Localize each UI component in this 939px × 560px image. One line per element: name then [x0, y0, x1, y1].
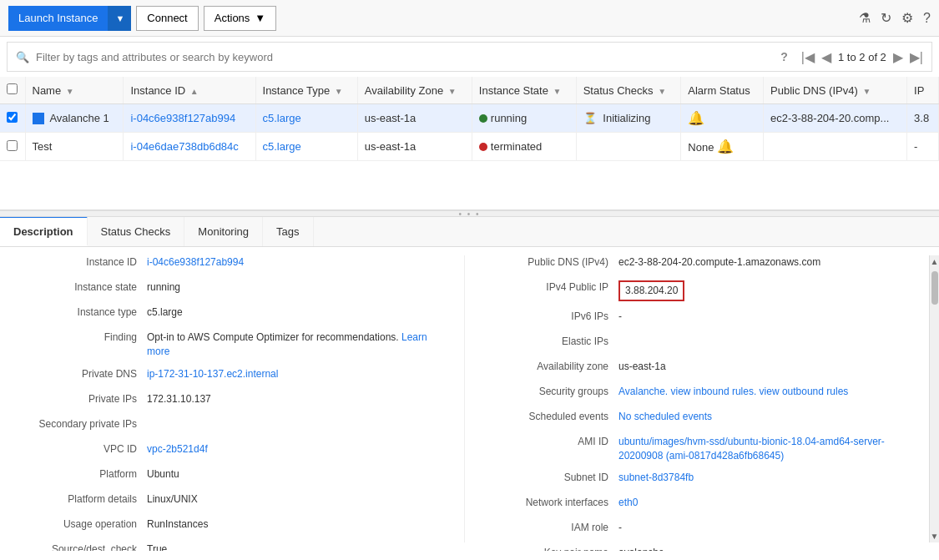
private-ips-value: 172.31.10.137 — [147, 392, 444, 406]
row-1-state: running — [472, 104, 576, 133]
row-2-status-checks — [576, 133, 681, 161]
iam-role-label: IAM role — [485, 521, 618, 535]
row-2-public-dns — [764, 133, 907, 161]
platform-label: Platform — [13, 467, 147, 482]
scheduled-events-label: Scheduled events — [485, 410, 618, 424]
search-help-icon[interactable]: ? — [780, 50, 788, 63]
table-row[interactable]: Avalanche 1 i-04c6e938f127ab994 c5.large… — [0, 104, 939, 133]
private-dns-link[interactable]: ip-172-31-10-137.ec2.internal — [147, 368, 278, 380]
row-1-state-dot — [479, 114, 487, 123]
scheduled-events-value: No scheduled events — [618, 410, 916, 424]
nav-prev-icon[interactable]: ◀ — [821, 49, 831, 65]
private-ips-label: Private IPs — [13, 392, 147, 406]
security-groups-name-link[interactable]: Avalanche. — [618, 386, 668, 397]
key-pair-value: avalanche — [618, 546, 916, 551]
detail-content: Instance ID i-04c6e938f127ab994 Instance… — [0, 247, 939, 551]
row-1-status-checks: ⏳ Initializing — [576, 104, 681, 133]
subnet-id-value: subnet-8d3784fb — [618, 471, 916, 485]
network-interfaces-link[interactable]: eth0 — [618, 497, 638, 508]
connect-button[interactable]: Connect — [136, 6, 198, 31]
finding-value: Opt-in to AWS Compute Optimizer for reco… — [147, 330, 444, 359]
security-groups-outbound-link[interactable]: view outbound rules — [760, 386, 849, 397]
launch-instance-button[interactable]: Launch Instance — [8, 6, 108, 31]
ami-id-value: ubuntu/images/hvm-ssd/ubuntu-bionic-18.0… — [618, 435, 916, 463]
detail-row-scheduled-events: Scheduled events No scheduled events — [485, 410, 916, 426]
col-status-checks[interactable]: Status Checks ▼ — [576, 77, 681, 104]
row-2-alarm-icon: 🔔 — [717, 139, 734, 154]
table-row[interactable]: Test i-04e6dae738db6d84c c5.large us-eas… — [0, 133, 939, 161]
scrollbar-thumb[interactable] — [931, 271, 938, 305]
platform-details-label: Platform details — [13, 492, 147, 507]
row-1-name: Avalanche 1 — [25, 104, 124, 133]
actions-label: Actions — [215, 12, 250, 24]
security-groups-label: Security groups — [485, 385, 618, 399]
refresh-icon[interactable]: ↻ — [881, 10, 891, 26]
usage-operation-label: Usage operation — [13, 517, 147, 532]
tab-monitoring[interactable]: Monitoring — [184, 217, 263, 246]
security-groups-inbound-link[interactable]: view inbound rules. — [671, 386, 757, 397]
subnet-id-link[interactable]: subnet-8d3784fb — [618, 472, 694, 483]
col-instance-state[interactable]: Instance State ▼ — [472, 77, 576, 104]
flask-icon[interactable]: ⚗ — [859, 10, 871, 26]
select-all-checkbox-header[interactable] — [0, 77, 25, 104]
detail-row-instance-type: Instance type c5.large — [13, 305, 444, 322]
elastic-ips-label: Elastic IPs — [485, 335, 618, 349]
resize-handle[interactable]: • • • — [0, 210, 939, 217]
detail-row-ami-id: AMI ID ubuntu/images/hvm-ssd/ubuntu-bion… — [485, 435, 916, 463]
detail-tabs: Description Status Checks Monitoring Tag… — [0, 217, 939, 247]
row-1-alarm-icon: 🔔 — [688, 111, 704, 125]
nav-first-icon[interactable]: |◀ — [801, 49, 815, 65]
row-2-checkbox[interactable] — [7, 140, 18, 151]
vpc-id-link[interactable]: vpc-2b521d4f — [147, 443, 208, 455]
select-all-checkbox[interactable] — [7, 83, 18, 94]
row-2-type-link[interactable]: c5.large — [263, 140, 301, 153]
search-input[interactable] — [36, 51, 774, 63]
detail-row-key-pair: Key pair name avalanche — [485, 546, 916, 551]
actions-button[interactable]: Actions ▼ — [204, 6, 277, 31]
help-icon[interactable]: ? — [923, 11, 931, 26]
usage-operation-value: RunInstances — [147, 517, 444, 532]
source-dest-check-value: True — [147, 542, 444, 551]
col-name[interactable]: Name ▼ — [25, 77, 124, 104]
tab-description[interactable]: Description — [0, 217, 88, 246]
row-2-checkbox-cell[interactable] — [0, 133, 25, 161]
row-2-az: us-east-1a — [357, 133, 472, 161]
instance-id-value: i-04c6e938f127ab994 — [147, 255, 444, 270]
detail-row-az: Availability zone us-east-1a — [485, 360, 916, 376]
vpc-id-label: VPC ID — [13, 442, 147, 457]
private-dns-label: Private DNS — [13, 367, 147, 381]
scrollbar[interactable]: ▲ ▼ — [929, 255, 939, 542]
settings-icon[interactable]: ⚙ — [901, 10, 913, 26]
instance-type-label: Instance type — [13, 305, 147, 320]
launch-instance-dropdown-arrow[interactable]: ▼ — [108, 6, 131, 31]
row-2-instance-type: c5.large — [255, 133, 357, 161]
detail-row-ipv6-ips: IPv6 IPs - — [485, 310, 916, 326]
instance-id-link[interactable]: i-04c6e938f127ab994 — [147, 256, 244, 268]
toolbar-right-icons: ⚗ ↻ ⚙ ? — [859, 10, 931, 26]
tab-tags[interactable]: Tags — [263, 217, 313, 246]
az-label: Availability zone — [485, 360, 618, 374]
scheduled-events-link[interactable]: No scheduled events — [618, 411, 712, 422]
row-1-instance-id-link[interactable]: i-04c6e938f127ab994 — [130, 112, 235, 124]
col-instance-type[interactable]: Instance Type ▼ — [255, 77, 357, 104]
nav-next-icon[interactable]: ▶ — [893, 49, 903, 65]
scrollbar-up-arrow[interactable]: ▲ — [929, 255, 939, 268]
row-2-name: Test — [25, 133, 124, 161]
ami-id-link[interactable]: ubuntu/images/hvm-ssd/ubuntu-bionic-18.0… — [618, 436, 885, 462]
col-instance-id[interactable]: Instance ID ▲ — [124, 77, 255, 104]
col-az[interactable]: Availability Zone ▼ — [357, 77, 472, 104]
ami-id-label: AMI ID — [485, 435, 618, 449]
row-2-instance-id-link[interactable]: i-04e6dae738db6d84c — [130, 140, 238, 153]
hourglass-icon: ⏳ — [583, 112, 597, 124]
nav-last-icon[interactable]: ▶| — [910, 49, 923, 65]
detail-row-source-dest-check: Source/dest. check True — [13, 542, 444, 551]
detail-row-secondary-private-ips: Secondary private IPs — [13, 417, 444, 434]
col-public-dns[interactable]: Public DNS (IPv4) ▼ — [764, 77, 907, 104]
tab-status-checks[interactable]: Status Checks — [88, 217, 185, 246]
private-dns-value: ip-172-31-10-137.ec2.internal — [147, 367, 444, 381]
ipv4-public-ip-value: 3.88.204.20 — [618, 280, 916, 301]
row-checkbox-1[interactable] — [0, 104, 25, 133]
row-1-type-link[interactable]: c5.large — [263, 112, 301, 124]
row-1-checkbox[interactable] — [7, 112, 18, 123]
scrollbar-down-arrow[interactable]: ▼ — [929, 530, 939, 542]
